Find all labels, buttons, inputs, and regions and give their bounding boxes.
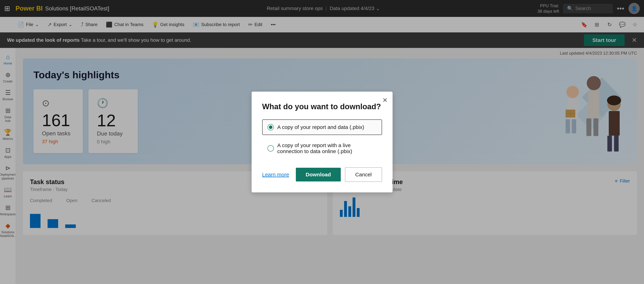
download-button[interactable]: Download xyxy=(296,168,341,182)
option2-label: A copy of your report with a live connec… xyxy=(277,142,377,154)
modal-close-button[interactable]: ✕ xyxy=(382,96,388,104)
cancel-button[interactable]: Cancel xyxy=(345,167,382,182)
download-option-2[interactable]: A copy of your report with a live connec… xyxy=(262,138,382,159)
modal-overlay[interactable]: What do you want to download? ✕ A copy o… xyxy=(0,0,644,284)
download-modal: What do you want to download? ✕ A copy o… xyxy=(252,92,392,192)
modal-footer: Learn more Download Cancel xyxy=(262,167,382,182)
modal-title: What do you want to download? xyxy=(262,102,382,111)
radio-option2-indicator xyxy=(268,145,274,152)
download-option-1[interactable]: A copy of your report and data (.pbix) xyxy=(262,120,382,135)
learn-more-link[interactable]: Learn more xyxy=(262,172,292,178)
radio-option1-indicator xyxy=(268,124,274,130)
option1-label: A copy of your report and data (.pbix) xyxy=(277,124,364,130)
